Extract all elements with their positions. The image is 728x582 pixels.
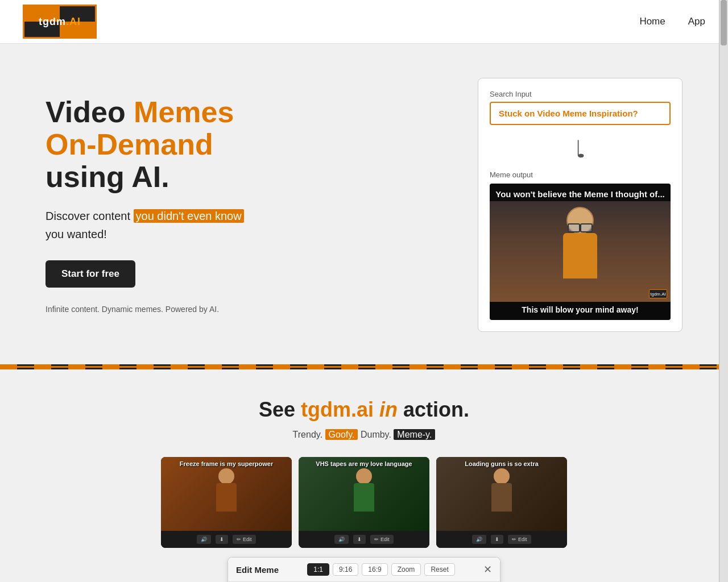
edit-btn-3[interactable]: ✏ Edit [508, 535, 531, 544]
hero-tagline: Infinite content. Dynamic memes. Powered… [46, 305, 244, 314]
goofy-badge: Goofy. [325, 429, 358, 440]
edit-panel-tabs: 1:1 9:16 16:9 Zoom Reset [307, 563, 454, 576]
hero-section: Video Memes On-Demand using AI. Discover… [0, 44, 728, 368]
meme-badge: Meme-y. [394, 429, 435, 440]
meme-card-1-content: Freeze frame is my superpower [161, 457, 292, 531]
search-card: Search Input Stuck on Video Meme Inspira… [478, 78, 682, 332]
discover-highlight: you didn't even know [134, 209, 244, 223]
search-input[interactable]: Stuck on Video Meme Inspiration? [490, 102, 671, 125]
person-body [563, 233, 597, 278]
action-title: See tgdm.ai in action. [23, 398, 705, 422]
hero-discover: Discover content you didn't even know yo… [46, 207, 244, 243]
meme-bottom-text: This will blow your mind away! [490, 302, 671, 320]
hero-title: Video Memes On-Demand using AI. [46, 96, 244, 194]
tab-reset[interactable]: Reset [424, 563, 454, 576]
edit-btn-2[interactable]: ✏ Edit [370, 535, 393, 544]
start-free-button[interactable]: Start for free [46, 260, 135, 288]
meme-thinking-indicator: ♩ [490, 132, 671, 166]
meme-card-2: VHS tapes are my love language 🔊 ⬇ ✏ Edi… [299, 457, 429, 548]
meme-card-3-content: Loading guns is so extra [436, 457, 567, 531]
nav-home[interactable]: Home [639, 16, 665, 27]
edit-panel-wrapper: Edit Meme 1:1 9:16 16:9 Zoom Reset ✕ Top… [23, 557, 705, 582]
meme-output-label: Meme output [490, 171, 671, 179]
volume-btn-3[interactable]: 🔊 [472, 535, 486, 544]
meme-card-1-caption: Freeze frame is my superpower [161, 460, 292, 467]
download-btn-3[interactable]: ⬇ [491, 535, 503, 544]
logo-text: tgdm.AI [39, 16, 81, 28]
edit-panel-header: Edit Meme 1:1 9:16 16:9 Zoom Reset ✕ [228, 558, 500, 582]
meme-card-3: Loading guns is so extra 🔊 ⬇ ✏ Edit [436, 457, 567, 548]
meme-card-1-controls: 🔊 ⬇ ✏ Edit [161, 531, 292, 548]
meme-top-text: You won't believe the Meme I thought of.… [490, 184, 671, 201]
meme-card-3-caption: Loading guns is so extra [436, 460, 567, 467]
nav-links: Home App [639, 16, 705, 27]
edit-panel-title: Edit Meme [236, 565, 279, 575]
meme-card-1: Freeze frame is my superpower 🔊 ⬇ ✏ Edit [161, 457, 292, 548]
volume-btn-1[interactable]: 🔊 [197, 535, 211, 544]
scrollbar-thumb[interactable] [721, 0, 727, 45]
tab-zoom[interactable]: Zoom [391, 563, 421, 576]
meme-image: You won't believe the Meme I thought of.… [490, 184, 671, 320]
hero-left: Video Memes On-Demand using AI. Discover… [46, 96, 244, 314]
nav-app[interactable]: App [688, 16, 705, 27]
close-edit-panel-button[interactable]: ✕ [483, 563, 492, 576]
meme-card-2-caption: VHS tapes are my love language [299, 460, 429, 467]
tab-9-16[interactable]: 9:16 [333, 563, 358, 576]
meme-card-grid: Freeze frame is my superpower 🔊 ⬇ ✏ Edit… [23, 457, 705, 548]
tab-16-9[interactable]: 16:9 [362, 563, 387, 576]
meme-card-2-controls: 🔊 ⬇ ✏ Edit [299, 531, 429, 548]
navbar: tgdm.AI Home App [0, 0, 728, 44]
logo[interactable]: tgdm.AI [23, 5, 97, 39]
edit-panel: Edit Meme 1:1 9:16 16:9 Zoom Reset ✕ Top… [228, 557, 500, 582]
watermark: tgdm.AI [649, 289, 667, 298]
scrollbar[interactable] [719, 0, 728, 582]
meme-character-area: tgdm.AI [490, 201, 671, 302]
search-label: Search Input [490, 90, 671, 98]
download-btn-1[interactable]: ⬇ [216, 535, 228, 544]
person-head [566, 207, 594, 234]
tab-1-1[interactable]: 1:1 [307, 563, 329, 576]
meme-card-3-controls: 🔊 ⬇ ✏ Edit [436, 531, 567, 548]
edit-btn-1[interactable]: ✏ Edit [233, 535, 255, 544]
action-subtitle: Trendy. Goofy. Dumby. Meme-y. [23, 430, 705, 440]
person-glasses [568, 223, 593, 230]
meme-character [490, 201, 671, 302]
download-btn-2[interactable]: ⬇ [353, 535, 366, 544]
action-section: See tgdm.ai in action. Trendy. Goofy. Du… [0, 369, 728, 582]
thinking-symbol: ♩ [574, 135, 586, 163]
volume-btn-2[interactable]: 🔊 [334, 535, 349, 544]
meme-card-2-content: VHS tapes are my love language [299, 457, 429, 531]
